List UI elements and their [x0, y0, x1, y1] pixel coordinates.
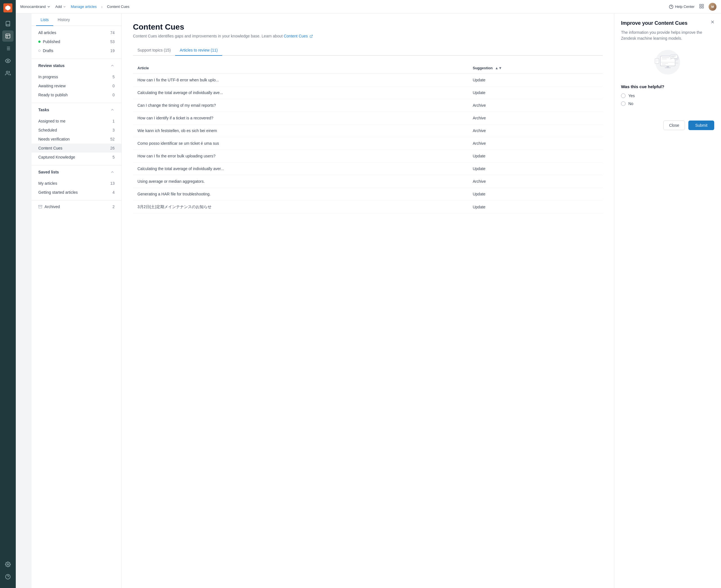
sidebar-item-drafts[interactable]: Drafts 19 — [31, 46, 121, 55]
no-option[interactable]: No — [621, 101, 714, 106]
all-articles-label: All articles — [38, 30, 110, 35]
no-radio[interactable] — [621, 101, 625, 106]
svg-rect-35 — [670, 55, 677, 58]
help-center-link[interactable]: Help Center — [669, 4, 695, 9]
suggestion-cell: Update — [468, 201, 603, 214]
page-description: Content Cues identifies gaps and improve… — [133, 34, 603, 38]
suggestion-col-label: Suggestion — [472, 66, 493, 70]
svg-rect-28 — [662, 58, 669, 58]
tab-support-topics[interactable]: Support topics (15) — [133, 45, 175, 56]
sidebar-item-in-progress[interactable]: In progress 5 — [31, 72, 121, 81]
table-row[interactable]: Como posso identificar se um ticket é um… — [133, 137, 603, 150]
grid-icon[interactable] — [699, 4, 704, 9]
content-cues-count: 26 — [110, 146, 114, 150]
article-cell: How can I fix the UTF-8 error when bulk … — [133, 74, 468, 86]
nav-icon-help[interactable] — [2, 571, 14, 582]
sidebar-item-all-articles[interactable]: All articles 74 — [31, 28, 121, 37]
suggestion-cell: Update — [468, 74, 603, 86]
nav-icon-articles[interactable] — [2, 30, 14, 42]
close-button[interactable]: Close — [663, 121, 685, 130]
sidebar-item-published[interactable]: Published 53 — [31, 37, 121, 46]
tab-lists[interactable]: Lists — [36, 14, 53, 26]
sidebar-item-content-cues[interactable]: Content Cues 26 — [31, 144, 121, 153]
submit-button[interactable]: Submit — [688, 121, 714, 130]
suggestion-cell: Archive — [468, 124, 603, 137]
scheduled-count: 3 — [112, 128, 114, 132]
nav-icon-eye[interactable] — [2, 55, 14, 66]
sidebar-item-getting-started[interactable]: Getting started articles 4 — [31, 188, 121, 197]
table-row[interactable]: Using average or median aggregators. Arc… — [133, 175, 603, 188]
drafts-label: Drafts — [43, 48, 110, 53]
needs-verification-label: Needs verification — [38, 137, 110, 141]
tab-articles-to-review[interactable]: Articles to review (11) — [175, 45, 222, 56]
brand-name: Monocambrand — [20, 4, 46, 9]
sidebar-item-my-articles[interactable]: My articles 13 — [31, 179, 121, 188]
sidebar-all-articles-section: All articles 74 Published 53 Drafts 19 — [31, 26, 121, 58]
table-row[interactable]: 3月2日(土)定期メインテナンスのお知らせ Update — [133, 201, 603, 214]
sidebar-item-needs-verification[interactable]: Needs verification 52 — [31, 134, 121, 144]
review-status-items: In progress 5 Awaiting review 0 Ready to… — [31, 70, 121, 102]
sidebar-item-scheduled[interactable]: Scheduled 3 — [31, 126, 121, 134]
svg-line-22 — [311, 35, 313, 37]
svg-rect-33 — [665, 67, 671, 68]
my-articles-label: My articles — [38, 181, 110, 186]
nav-icon-list[interactable] — [2, 43, 14, 54]
main-layout: Lists History All articles 74 Published … — [31, 14, 721, 588]
panel-close-button[interactable] — [708, 18, 717, 26]
col-header-article: Article — [133, 63, 468, 74]
sidebar-tabs: Lists History — [31, 14, 121, 26]
table-row[interactable]: Calculating the total average of individ… — [133, 86, 603, 99]
link-text: Content Cues — [283, 34, 308, 38]
add-menu[interactable]: Add — [55, 4, 66, 9]
captured-knowledge-label: Captured Knowledge — [38, 155, 112, 160]
table-row[interactable]: Can I change the timing of my email repo… — [133, 99, 603, 112]
col-header-suggestion[interactable]: Suggestion ▲▼ — [468, 63, 603, 74]
add-label: Add — [55, 4, 62, 9]
table-row[interactable]: How can I fix the UTF-8 error when bulk … — [133, 74, 603, 86]
article-cell: How can I identify if a ticket is a reco… — [133, 112, 468, 124]
saved-lists-header[interactable]: Saved lists — [31, 166, 121, 176]
chevron-down-icon — [47, 5, 51, 9]
manage-articles-link[interactable]: Manage articles — [71, 4, 97, 9]
nav-icon-settings[interactable] — [2, 559, 14, 570]
content-cues-link[interactable]: Content Cues — [283, 34, 313, 38]
sidebar-item-ready-to-publish[interactable]: Ready to publish 0 — [31, 90, 121, 99]
divider-4 — [31, 200, 121, 201]
review-status-header[interactable]: Review status — [31, 60, 121, 70]
sidebar-item-assigned-to-me[interactable]: Assigned to me 1 — [31, 117, 121, 126]
published-dot — [38, 41, 41, 43]
article-cell: Wie kann ich feststellen, ob es sich bei… — [133, 124, 468, 137]
nav-logo[interactable] — [3, 3, 13, 13]
sidebar-item-archived[interactable]: Archived 2 — [31, 202, 121, 212]
sidebar: Lists History All articles 74 Published … — [31, 14, 122, 588]
drafts-count: 19 — [110, 48, 114, 53]
table-row[interactable]: Wie kann ich feststellen, ob es sich bei… — [133, 124, 603, 137]
svg-rect-37 — [671, 57, 674, 58]
table-row[interactable]: Generating a HAR file for troubleshootin… — [133, 188, 603, 201]
yes-label: Yes — [628, 93, 635, 98]
brand-selector[interactable]: Monocambrand — [20, 4, 51, 9]
yes-radio[interactable] — [621, 93, 625, 98]
sidebar-item-awaiting-review[interactable]: Awaiting review 0 — [31, 81, 121, 90]
description-text: Content Cues identifies gaps and improve… — [133, 34, 283, 38]
sidebar-item-captured-knowledge[interactable]: Captured Knowledge 5 — [31, 153, 121, 162]
my-articles-count: 13 — [110, 181, 114, 186]
nav-icon-book[interactable] — [2, 18, 14, 29]
article-cell: Can I change the timing of my email repo… — [133, 99, 468, 112]
tab-history[interactable]: History — [53, 14, 75, 26]
svg-rect-16 — [700, 4, 701, 6]
svg-rect-29 — [662, 59, 667, 59]
yes-option[interactable]: Yes — [621, 93, 714, 98]
svg-rect-19 — [700, 7, 701, 8]
divider-1 — [31, 59, 121, 59]
svg-rect-31 — [662, 64, 665, 65]
table-row[interactable]: Calculating the total average of individ… — [133, 163, 603, 175]
needs-verification-count: 52 — [110, 137, 114, 141]
table-row[interactable]: How can I fix the error bulk uploading u… — [133, 150, 603, 163]
tasks-header[interactable]: Tasks — [31, 104, 121, 114]
nav-icon-users[interactable] — [2, 68, 14, 79]
table-row[interactable]: How can I identify if a ticket is a reco… — [133, 112, 603, 124]
article-cell: Como posso identificar se um ticket é um… — [133, 137, 468, 150]
drafts-circle — [38, 49, 41, 52]
avatar[interactable]: M — [708, 3, 717, 11]
